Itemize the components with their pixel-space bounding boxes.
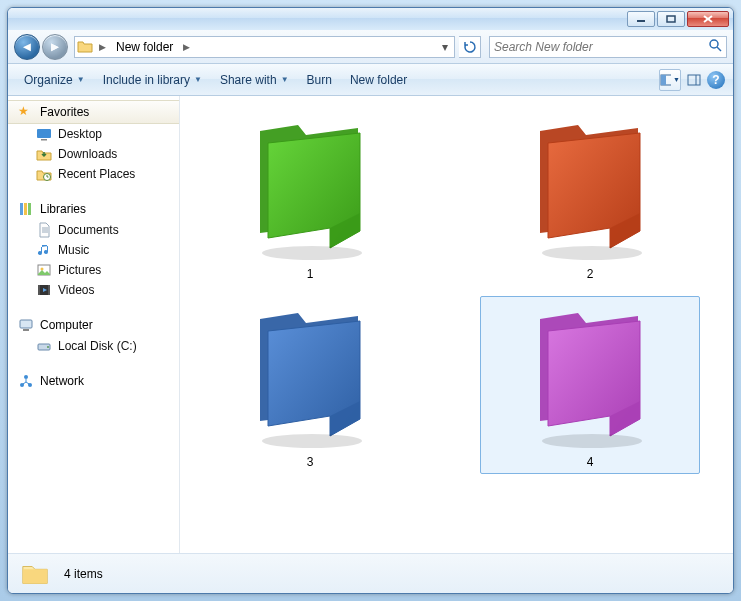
- view-icon: [660, 74, 671, 86]
- back-button[interactable]: ◄: [14, 34, 40, 60]
- sidebar-item-label: Recent Places: [58, 167, 135, 181]
- svg-rect-7: [661, 75, 666, 85]
- network-header[interactable]: Network: [8, 370, 179, 392]
- file-item[interactable]: 3: [200, 296, 420, 474]
- network-icon: [18, 373, 34, 389]
- network-group: Network: [8, 370, 179, 392]
- sidebar-item-label: Desktop: [58, 127, 102, 141]
- computer-header[interactable]: Computer: [8, 314, 179, 336]
- share-with-button[interactable]: Share with▼: [212, 69, 297, 91]
- sidebar-item-pictures[interactable]: Pictures: [8, 260, 179, 280]
- svg-rect-1: [667, 16, 675, 22]
- file-item[interactable]: 4: [480, 296, 700, 474]
- sidebar-item-videos[interactable]: Videos: [8, 280, 179, 300]
- organize-label: Organize: [24, 73, 73, 87]
- close-button[interactable]: [687, 11, 729, 27]
- svg-rect-14: [24, 203, 27, 215]
- sidebar-item-label: Downloads: [58, 147, 117, 161]
- command-bar: Organize▼ Include in library▼ Share with…: [8, 64, 733, 96]
- folder-large-icon: [520, 301, 660, 451]
- documents-icon: [36, 222, 52, 238]
- sidebar-item-desktop[interactable]: Desktop: [8, 124, 179, 144]
- sidebar-item-label: Music: [58, 243, 89, 257]
- favorites-group: ★ Favorites Desktop Downloads Recent Pla…: [8, 100, 179, 184]
- svg-rect-21: [20, 320, 32, 328]
- downloads-icon: [36, 146, 52, 162]
- folder-icon: [77, 39, 93, 55]
- star-icon: ★: [18, 104, 34, 120]
- details-pane: 4 items: [8, 553, 733, 593]
- breadcrumb-location[interactable]: New folder: [112, 40, 177, 54]
- svg-rect-15: [28, 203, 31, 215]
- nav-bar: ◄ ► ▶ New folder ▶ ▾: [8, 30, 733, 64]
- computer-label: Computer: [40, 318, 93, 332]
- file-name: 3: [307, 455, 314, 469]
- sidebar-item-label: Local Disk (C:): [58, 339, 137, 353]
- svg-rect-20: [48, 285, 50, 295]
- include-in-library-button[interactable]: Include in library▼: [95, 69, 210, 91]
- search-input[interactable]: [494, 40, 708, 54]
- recent-icon: [36, 166, 52, 182]
- share-label: Share with: [220, 73, 277, 87]
- libraries-group: Libraries Documents Music Pictures Video…: [8, 198, 179, 300]
- svg-point-28: [262, 246, 362, 260]
- include-label: Include in library: [103, 73, 190, 87]
- svg-point-24: [47, 346, 49, 348]
- svg-point-31: [542, 434, 642, 448]
- explorer-window: ◄ ► ▶ New folder ▶ ▾ Organize▼ Include i…: [7, 7, 734, 594]
- chevron-down-icon: ▼: [281, 75, 289, 84]
- svg-rect-13: [20, 203, 23, 215]
- folder-large-icon: [240, 301, 380, 451]
- items-view[interactable]: 1 2 3 4: [180, 96, 733, 553]
- sidebar-item-documents[interactable]: Documents: [8, 220, 179, 240]
- burn-button[interactable]: Burn: [299, 69, 340, 91]
- svg-rect-8: [688, 75, 700, 85]
- favorites-label: Favorites: [40, 105, 89, 119]
- breadcrumb-separator-icon: ▶: [95, 42, 110, 52]
- maximize-button[interactable]: [657, 11, 685, 27]
- sidebar-item-downloads[interactable]: Downloads: [8, 144, 179, 164]
- file-name: 4: [587, 455, 594, 469]
- desktop-icon: [36, 126, 52, 142]
- file-name: 2: [587, 267, 594, 281]
- file-item[interactable]: 1: [200, 108, 420, 286]
- network-label: Network: [40, 374, 84, 388]
- breadcrumb-separator-icon[interactable]: ▶: [179, 42, 194, 52]
- sidebar-item-recent[interactable]: Recent Places: [8, 164, 179, 184]
- sidebar-item-label: Videos: [58, 283, 94, 297]
- computer-group: Computer Local Disk (C:): [8, 314, 179, 356]
- drive-icon: [36, 338, 52, 354]
- address-dropdown-icon[interactable]: ▾: [438, 40, 452, 54]
- svg-rect-10: [37, 129, 51, 138]
- sidebar-item-music[interactable]: Music: [8, 240, 179, 260]
- search-box[interactable]: [489, 36, 727, 58]
- organize-button[interactable]: Organize▼: [16, 69, 93, 91]
- titlebar: [8, 8, 733, 30]
- preview-pane-button[interactable]: [683, 69, 705, 91]
- libraries-icon: [18, 201, 34, 217]
- folder-large-icon: [520, 113, 660, 263]
- svg-point-27: [24, 375, 28, 379]
- help-button[interactable]: ?: [707, 71, 725, 89]
- newfolder-label: New folder: [350, 73, 407, 87]
- change-view-button[interactable]: ▼: [659, 69, 681, 91]
- forward-button[interactable]: ►: [42, 34, 68, 60]
- folder-large-icon: [240, 113, 380, 263]
- sidebar-item-local-disk[interactable]: Local Disk (C:): [8, 336, 179, 356]
- address-bar[interactable]: ▶ New folder ▶ ▾: [74, 36, 455, 58]
- refresh-button[interactable]: [459, 36, 481, 58]
- file-item[interactable]: 2: [480, 108, 700, 286]
- new-folder-button[interactable]: New folder: [342, 69, 415, 91]
- libraries-header[interactable]: Libraries: [8, 198, 179, 220]
- search-icon[interactable]: [708, 38, 722, 55]
- minimize-button[interactable]: [627, 11, 655, 27]
- status-item-count: 4 items: [64, 567, 103, 581]
- svg-line-5: [717, 47, 721, 51]
- libraries-label: Libraries: [40, 202, 86, 216]
- preview-pane-icon: [687, 74, 701, 86]
- svg-point-4: [710, 40, 718, 48]
- favorites-header[interactable]: ★ Favorites: [8, 100, 179, 124]
- music-icon: [36, 242, 52, 258]
- videos-icon: [36, 282, 52, 298]
- burn-label: Burn: [307, 73, 332, 87]
